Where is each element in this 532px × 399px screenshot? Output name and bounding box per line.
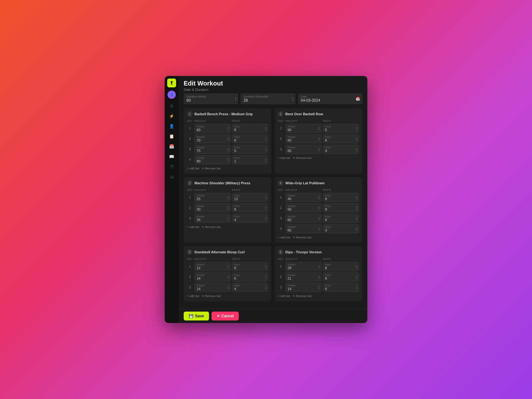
reps-down[interactable]: ▼ [356, 229, 358, 231]
reps-input[interactable]: Reps 5 ▲ ▼ [232, 145, 269, 154]
weight-input[interactable]: Weight 80 ▲ ▼ [194, 155, 231, 164]
duration-mins-down[interactable]: ▼ [234, 99, 237, 101]
weight-input[interactable]: Weight 45 ▲ ▼ [285, 193, 322, 202]
weight-input[interactable]: Weight 65 ▲ ▼ [285, 145, 322, 154]
sidebar-icon-more[interactable]: 🗂 [167, 172, 176, 181]
duration-mins-up[interactable]: ▲ [234, 97, 237, 99]
weight-down[interactable]: ▼ [227, 139, 230, 141]
weight-up[interactable]: ▲ [227, 264, 230, 267]
reps-up[interactable]: ▲ [265, 137, 267, 139]
sidebar-icon-library[interactable]: 📖 [167, 152, 176, 161]
reps-up[interactable]: ▲ [356, 137, 358, 139]
reps-input[interactable]: Reps 8 ▲ ▼ [323, 193, 359, 202]
sidebar-icon-home[interactable]: ⊙ [167, 101, 176, 110]
sidebar-icon-calendar[interactable]: 📅 [167, 142, 176, 151]
reps-up[interactable]: ▲ [265, 147, 267, 149]
remove-set-button[interactable]: ✕ Remove Set [293, 156, 312, 160]
weight-input[interactable]: Weight 14 ▲ ▼ [194, 272, 231, 282]
weight-input[interactable]: Weight 30 ▲ ▼ [194, 203, 231, 212]
reps-down[interactable]: ▼ [356, 267, 358, 269]
reps-input[interactable]: Reps 5 ▲ ▼ [323, 124, 359, 133]
reps-up[interactable]: ▲ [356, 264, 358, 267]
reps-down[interactable]: ▼ [356, 149, 358, 152]
reps-down[interactable]: ▼ [356, 139, 358, 141]
reps-input[interactable]: Reps 8 ▲ ▼ [232, 134, 269, 143]
reps-down[interactable]: ▼ [265, 198, 267, 200]
reps-up[interactable]: ▲ [265, 285, 267, 288]
reps-down[interactable]: ▼ [356, 288, 358, 290]
weight-down[interactable]: ▼ [318, 129, 320, 131]
sidebar-icon-activity[interactable]: ⚡ [167, 111, 176, 120]
reps-up[interactable]: ▲ [265, 275, 267, 277]
reps-input[interactable]: Reps 1 ▲ ▼ [232, 155, 269, 164]
cancel-button[interactable]: ✕ Cancel [212, 312, 239, 320]
reps-down[interactable]: ▼ [356, 208, 358, 210]
user-avatar[interactable]: 👤 [168, 91, 176, 99]
remove-set-button[interactable]: ✕ Remove Set [202, 294, 221, 298]
weight-input[interactable]: Weight 60 ▲ ▼ [285, 134, 322, 143]
reps-input[interactable]: Reps 3 ▲ ▼ [323, 224, 359, 233]
reps-up[interactable]: ▲ [356, 285, 358, 288]
reps-up[interactable]: ▲ [265, 216, 267, 218]
weight-down[interactable]: ▼ [227, 277, 230, 279]
reps-input[interactable]: Reps 6 ▲ ▼ [323, 214, 359, 223]
add-set-button[interactable]: + Add Set [187, 166, 199, 171]
duration-secs-up[interactable]: ▲ [292, 97, 294, 99]
weight-input[interactable]: Weight 28 ▲ ▼ [285, 262, 322, 271]
date-field[interactable]: Date 04-03-2024 📅 [298, 93, 362, 104]
sidebar-icon-workouts[interactable]: 📋 [167, 132, 176, 141]
reps-down[interactable]: ▼ [356, 129, 358, 131]
weight-down[interactable]: ▼ [318, 139, 320, 141]
reps-up[interactable]: ▲ [356, 126, 358, 129]
weight-input[interactable]: Weight 75 ▲ ▼ [194, 145, 231, 154]
reps-input[interactable]: Reps 4 ▲ ▼ [232, 214, 269, 223]
reps-up[interactable]: ▲ [265, 206, 267, 208]
weight-input[interactable]: Weight 65 ▲ ▼ [285, 224, 322, 233]
weight-up[interactable]: ▲ [318, 206, 320, 208]
weight-input[interactable]: Weight 14 ▲ ▼ [285, 283, 322, 292]
weight-up[interactable]: ▲ [227, 137, 230, 139]
weight-input[interactable]: Weight 60 ▲ ▼ [285, 214, 322, 223]
add-set-button[interactable]: + Add Set [278, 156, 290, 160]
weight-down[interactable]: ▼ [227, 208, 230, 210]
weight-up[interactable]: ▲ [227, 275, 230, 277]
add-set-button[interactable]: + Add Set [187, 225, 199, 229]
weight-down[interactable]: ▼ [227, 129, 230, 131]
reps-down[interactable]: ▼ [265, 129, 267, 131]
weight-down[interactable]: ▼ [227, 267, 230, 269]
weight-down[interactable]: ▼ [227, 149, 230, 152]
reps-up[interactable]: ▲ [356, 147, 358, 149]
reps-up[interactable]: ▲ [356, 195, 358, 198]
weight-down[interactable]: ▼ [318, 218, 320, 221]
reps-up[interactable]: ▲ [356, 227, 358, 229]
reps-down[interactable]: ▼ [265, 218, 267, 221]
reps-down[interactable]: ▼ [265, 208, 267, 210]
weight-down[interactable]: ▼ [227, 218, 230, 221]
weight-input[interactable]: Weight 21 ▲ ▼ [285, 272, 322, 282]
reps-up[interactable]: ▲ [356, 206, 358, 208]
weight-up[interactable]: ▲ [318, 147, 320, 149]
weight-up[interactable]: ▲ [227, 126, 230, 129]
reps-down[interactable]: ▼ [356, 277, 358, 279]
reps-input[interactable]: Reps 6 ▲ ▼ [323, 283, 359, 292]
weight-input[interactable]: Weight 60 ▲ ▼ [194, 124, 231, 133]
weight-up[interactable]: ▲ [227, 285, 230, 288]
remove-set-button[interactable]: ✕ Remove Set [293, 294, 312, 298]
reps-down[interactable]: ▼ [356, 198, 358, 200]
sidebar-icon-timer[interactable]: ⏱ [167, 162, 176, 171]
reps-down[interactable]: ▼ [265, 288, 267, 290]
weight-down[interactable]: ▼ [227, 288, 230, 290]
weight-down[interactable]: ▼ [227, 198, 230, 200]
reps-up[interactable]: ▲ [356, 275, 358, 277]
weight-input[interactable]: Weight 14 ▲ ▼ [194, 283, 231, 292]
add-set-button[interactable]: + Add Set [187, 294, 199, 298]
reps-input[interactable]: Reps 8 ▲ ▼ [323, 203, 359, 212]
reps-input[interactable]: Reps 12 ▲ ▼ [232, 193, 269, 202]
weight-up[interactable]: ▲ [227, 206, 230, 208]
save-button[interactable]: 💾 Save [184, 312, 209, 320]
weight-input[interactable]: Weight 35 ▲ ▼ [194, 214, 231, 223]
reps-up[interactable]: ▲ [265, 195, 267, 198]
weight-input[interactable]: Weight 12 ▲ ▼ [194, 262, 231, 271]
weight-down[interactable]: ▼ [318, 149, 320, 152]
weight-up[interactable]: ▲ [318, 275, 320, 277]
